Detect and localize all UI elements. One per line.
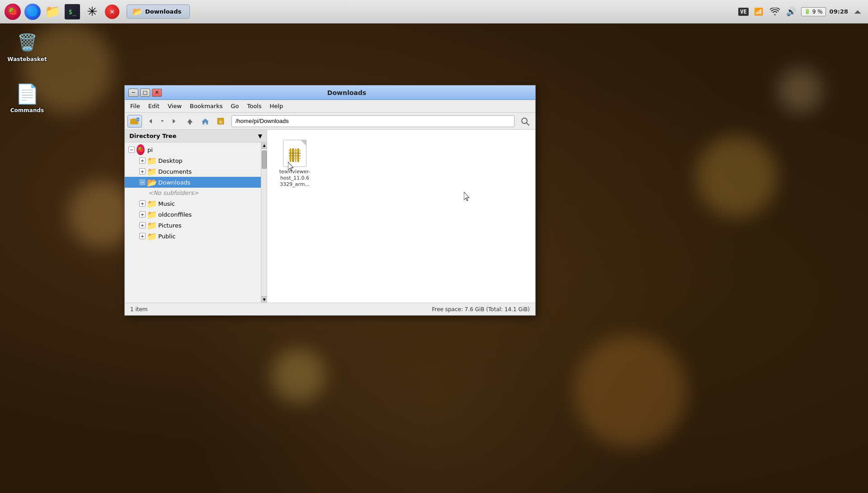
system-tray: VE 📶 🔊 🔋 9 % 09:28 ⏶ [733, 5, 868, 18]
tree-item-documents-label: Documents [158, 168, 192, 175]
directory-tree-label: Directory Tree [129, 133, 176, 139]
menu-tools[interactable]: Tools [243, 101, 265, 111]
sidebar-collapse-button[interactable]: ▼ [258, 133, 262, 139]
scrollbar-thumb[interactable] [262, 151, 267, 169]
folder-icon-desktop: 📁 [147, 156, 157, 166]
back-button[interactable] [143, 115, 157, 128]
no-subfolders-label: <No subfolders> [148, 190, 198, 196]
bluetooth-icon: 📶 [752, 5, 765, 18]
volume-icon: 🔊 [785, 5, 797, 18]
battery-label: 9 % [812, 9, 823, 15]
window-title: Downloads [162, 89, 532, 96]
tree-item-documents[interactable]: + 📁 Documents [125, 166, 261, 177]
wastebasket-icon[interactable]: 🗑️ Wastebasket [9, 28, 45, 64]
file-area[interactable]: teamviewer-host_11.0.63329_arm... [267, 130, 535, 303]
menubar: File Edit View Bookmarks Go Tools Help [125, 100, 535, 113]
terminal-taskbar-icon[interactable]: $_ [63, 3, 81, 21]
menu-bookmarks[interactable]: Bookmarks [186, 101, 226, 111]
tree-item-desktop-label: Desktop [158, 157, 183, 164]
svg-line-7 [527, 123, 529, 125]
app-icon-1[interactable]: ✳️ [83, 3, 101, 21]
tree-expand-desktop[interactable]: + [139, 157, 146, 164]
menu-view[interactable]: View [164, 101, 185, 111]
tree-expand-pictures[interactable]: + [139, 222, 146, 228]
folder-icon-music: 📁 [147, 199, 157, 209]
desktop: 🍓 🌐 📁 $_ ✳️ ✕ 📂 Downloads [0, 0, 868, 493]
close-button[interactable]: ✕ [152, 89, 162, 97]
menu-edit[interactable]: Edit [145, 101, 163, 111]
home-button[interactable] [198, 115, 212, 128]
minimize-button[interactable]: − [128, 89, 138, 97]
tree-item-no-subfolders: <No subfolders> [125, 188, 261, 198]
notification-icon[interactable]: ⏶ [854, 6, 863, 17]
tree-expand-oldconffiles[interactable]: + [139, 211, 146, 218]
forward-button[interactable] [167, 115, 182, 128]
svg-rect-13 [289, 150, 301, 152]
menu-help[interactable]: Help [266, 101, 287, 111]
raspi-menu-icon[interactable]: 🍓 [4, 3, 22, 21]
tree-item-pi[interactable]: − 🍓 pi [125, 144, 261, 155]
up-button[interactable] [183, 115, 197, 128]
folder-icon-pictures: 📁 [147, 221, 157, 230]
address-bar[interactable] [231, 115, 514, 127]
tree-item-public-label: Public [158, 233, 175, 240]
tree-item-pictures[interactable]: + 📁 Pictures [125, 220, 261, 231]
maximize-button[interactable]: □ [140, 89, 150, 97]
wifi-icon [769, 5, 781, 18]
svg-rect-3 [189, 123, 191, 124]
svg-rect-16 [289, 158, 301, 159]
status-free-space: Free space: 7.6 GiB (Total: 14.1 GiB) [432, 306, 530, 313]
file-label-teamviewer: teamviewer-host_11.0.63329_arm... [279, 169, 310, 187]
directory-tree[interactable]: − 🍓 pi + 📁 Desktop [125, 142, 267, 303]
titlebar[interactable]: − □ ✕ Downloads [125, 85, 535, 100]
bokeh-light [271, 348, 326, 403]
svg-marker-18 [464, 192, 469, 201]
tree-item-oldconffiles[interactable]: + 📁 oldconffiles [125, 209, 261, 220]
folder-icon-documents: 📁 [147, 167, 157, 176]
active-app-label: Downloads [145, 8, 181, 15]
commands-label: Commands [10, 107, 44, 114]
statusbar: 1 item Free space: 7.6 GiB (Total: 14.1 … [125, 303, 535, 315]
sidebar-header: Directory Tree ▼ [125, 130, 267, 142]
tree-item-desktop[interactable]: + 📁 Desktop [125, 155, 261, 166]
scrollbar-down-button[interactable]: ▼ [261, 296, 267, 303]
tree-expand-documents[interactable]: + [139, 168, 146, 175]
tree-expand-public[interactable]: + [139, 233, 146, 239]
bokeh-light [778, 68, 823, 113]
sidebar-scrollbar[interactable]: ▲ ▼ [261, 142, 267, 303]
content-area: Directory Tree ▼ − 🍓 pi + [125, 130, 535, 303]
active-app-button[interactable]: 📂 Downloads [127, 5, 190, 19]
tree-item-music-label: Music [158, 200, 175, 207]
menu-file[interactable]: File [127, 101, 144, 111]
tree-collapse-pi[interactable]: − [128, 147, 135, 153]
pi-root-icon: 🍓 [137, 144, 145, 155]
file-item-teamviewer[interactable]: teamviewer-host_11.0.63329_arm... [274, 137, 315, 190]
folder-icon-downloads-open: 📂 [147, 178, 157, 187]
tree-item-downloads-label: Downloads [158, 179, 190, 186]
scrollbar-up-button[interactable]: ▲ [261, 142, 267, 149]
search-button[interactable] [518, 115, 533, 128]
menu-go[interactable]: Go [227, 101, 242, 111]
file-manager-taskbar-icon[interactable]: 📁 [43, 3, 61, 21]
clock: 09:28 [830, 8, 848, 15]
tree-item-pictures-label: Pictures [158, 222, 181, 229]
tree-item-pi-label: pi [147, 147, 153, 153]
tree-item-music[interactable]: + 📁 Music [125, 198, 261, 209]
new-folder-button[interactable]: + [127, 115, 142, 128]
tree-item-public[interactable]: + 📁 Public [125, 231, 261, 242]
taskbar-left: 🍓 🌐 📁 $_ ✳️ ✕ 📂 Downloads [0, 3, 193, 21]
back-dropdown-button[interactable] [158, 115, 166, 128]
commands-icon[interactable]: 📄 Commands [9, 79, 45, 115]
tree-collapse-downloads[interactable]: − [139, 179, 146, 185]
browser-icon[interactable]: 🌐 [24, 3, 42, 21]
svg-rect-15 [289, 155, 301, 156]
app-icon-2[interactable]: ✕ [103, 3, 121, 21]
folder-icon-public: 📁 [147, 232, 157, 241]
status-item-count: 1 item [130, 306, 148, 313]
bookmarks-button[interactable] [213, 115, 228, 128]
toolbar: + [125, 113, 535, 130]
raspi-logo: 🍓 [5, 4, 21, 20]
tree-item-downloads[interactable]: − 📂 Downloads [125, 177, 261, 188]
tree-expand-music[interactable]: + [139, 200, 146, 207]
folder-icon-oldconffiles: 📁 [147, 210, 157, 219]
